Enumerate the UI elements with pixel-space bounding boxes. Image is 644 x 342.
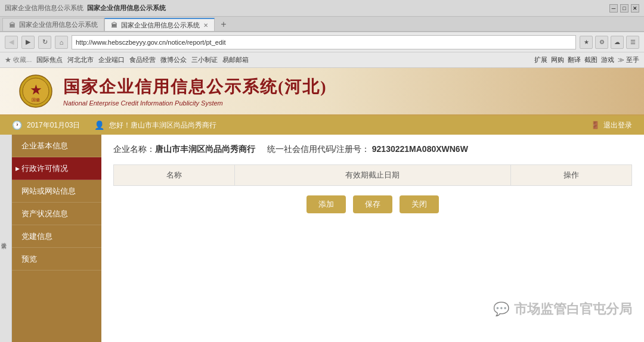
sidebar-item-basic-info[interactable]: 企业基本信息	[12, 135, 101, 157]
logout-button[interactable]: 🚪 退出登录	[591, 120, 632, 130]
sidebar-item-assets-info[interactable]: 资产状况信息	[12, 203, 101, 225]
sidebar-item-preview[interactable]: 预览	[12, 248, 101, 271]
expand-icon[interactable]: 扩展	[534, 55, 547, 64]
company-name-label: 企业名称：唐山市丰润区尚品尚秀商行	[113, 144, 255, 155]
bookmark-weibo[interactable]: 微博公众	[160, 55, 187, 64]
bookmark-youxiang[interactable]: 易邮邮箱	[222, 55, 249, 64]
bookmark-sanxiao-label: 三小制证	[191, 55, 218, 64]
add-button[interactable]: 添加	[306, 195, 346, 213]
bookmark-qiye-label: 企业端口	[98, 55, 125, 64]
bookmarks-label: ★ 收藏...	[5, 55, 32, 64]
col-expiry: 有效期截止日期	[235, 165, 510, 186]
network-icon[interactable]: 网购	[551, 55, 564, 64]
restore-button[interactable]: □	[620, 4, 628, 13]
screenshot-icon[interactable]: 截图	[584, 55, 597, 64]
minimize-button[interactable]: ─	[609, 4, 618, 13]
info-greeting: 您好！唐山市丰润区尚品尚秀商行	[109, 120, 216, 130]
bookmark-hebei-label: 河北北市	[67, 55, 94, 64]
sidebar-item-preview-label: 预览	[21, 254, 37, 265]
sidebar-item-assets-info-label: 资产状况信息	[21, 209, 68, 219]
info-bar: 🕐 2017年01月03日 👤 您好！唐山市丰润区尚品尚秀商行 🚪 退出登录	[0, 116, 644, 135]
star-icon[interactable]: ★	[580, 36, 593, 49]
company-header: 企业名称：唐山市丰润区尚品尚秀商行 统一社会信用代码/注册号： 92130221…	[113, 144, 632, 155]
forward-button[interactable]: ▶	[21, 36, 35, 49]
tab2-title-label: 国家企业信用信息公示系统	[87, 4, 166, 13]
sidebar-item-party-info-label: 党建信息	[21, 231, 52, 242]
sidebar-item-party-info[interactable]: 党建信息	[12, 225, 101, 248]
tab2-label: 国家企业信用信息公示系统	[121, 21, 200, 30]
national-emblem: ★ 国徽	[19, 74, 52, 108]
left-search-panel: 搜索	[0, 135, 12, 342]
company-name-value: 唐山市丰润区尚品尚秀商行	[155, 144, 255, 154]
window-controls: ─ □ ✕	[609, 4, 639, 13]
content-area: 企业名称：唐山市丰润区尚品尚秀商行 统一社会信用代码/注册号： 92130221…	[101, 135, 644, 342]
more-icon[interactable]: ≫ 至手	[618, 55, 639, 64]
credit-code-section: 统一社会信用代码/注册号： 92130221MA080XWN6W	[267, 144, 468, 155]
clock-icon: 🕐	[12, 120, 22, 130]
home-button[interactable]: ⌂	[55, 36, 68, 49]
sidebar-item-admin-license[interactable]: 行政许可情况	[12, 157, 101, 180]
credit-code-label: 统一社会信用代码/注册号：	[267, 144, 370, 154]
table-header: 名称 有效期截止日期 操作	[114, 165, 632, 186]
bookmark-right: 扩展 网购 翻译 截图 游戏 ≫ 至手	[534, 55, 639, 64]
address-bar: ◀ ▶ ↻ ⌂ ★ ⚙ ☁ ☰	[0, 32, 644, 52]
tab-2[interactable]: 🏛 国家企业信用信息公示系统 ✕	[104, 18, 215, 31]
sidebar-item-basic-info-label: 企业基本信息	[21, 141, 68, 151]
site-header: ★ 国徽 国家企业信用信息公示系统(河北) National Enterpris…	[0, 68, 644, 116]
company-name-prefix: 企业名称：	[113, 144, 155, 154]
close-button[interactable]: ✕	[631, 4, 639, 13]
refresh-button[interactable]: ↻	[38, 36, 51, 49]
user-icon: 👤	[94, 120, 104, 130]
svg-text:★: ★	[30, 83, 42, 97]
save-button[interactable]: 保存	[353, 195, 392, 213]
bookmark-sanxiao[interactable]: 三小制证	[191, 55, 218, 64]
col-name: 名称	[114, 165, 235, 186]
tab1-label: 国家企业信用信息公示系统	[19, 20, 98, 29]
tab1-icon: 🏛	[9, 21, 16, 29]
tab2-icon: 🏛	[111, 21, 117, 29]
bookmark-shipin[interactable]: 食品经营	[129, 55, 156, 64]
action-buttons: 添加 保存 关闭	[113, 195, 632, 213]
cloud-icon[interactable]: ☁	[611, 36, 624, 49]
bookmarks-bar: ★ 收藏... 国际焦点 河北北市 企业端口 食品经营 微博公众 三小制证 易邮…	[0, 52, 644, 68]
bookmark-shipin-label: 食品经营	[129, 55, 156, 64]
settings-icon[interactable]: ⚙	[595, 36, 608, 49]
tab-1[interactable]: 🏛 国家企业信用信息公示系统	[2, 18, 104, 31]
bookmark-guoji[interactable]: 国际焦点	[36, 55, 63, 64]
browser-window: 国家企业信用信息公示系统 国家企业信用信息公示系统 ─ □ ✕ 🏛 国家企业信用…	[0, 0, 644, 342]
sidebar-item-admin-license-label: 行政许可情况	[21, 163, 68, 174]
svg-text:国徽: 国徽	[32, 98, 40, 102]
site-title-area: 国家企业信用信息公示系统(河北) National Enterprise Cre…	[63, 76, 327, 107]
col-operation: 操作	[510, 165, 631, 186]
sidebar-item-website-info[interactable]: 网站或网站信息	[12, 180, 101, 203]
main-area: 搜索 企业基本信息 行政许可情况 网站或网站信息 资产状况信息 党建信息	[0, 135, 644, 342]
site-logo: ★ 国徽	[18, 73, 54, 109]
sidebar-nav: 企业基本信息 行政许可情况 网站或网站信息 资产状况信息 党建信息 预览	[12, 135, 101, 342]
close-button-content[interactable]: 关闭	[400, 195, 439, 213]
credit-code-value: 92130221MA080XWN6W	[372, 144, 468, 154]
bookmark-hebei[interactable]: 河北北市	[67, 55, 94, 64]
bookmark-qiye[interactable]: 企业端口	[98, 55, 125, 64]
page-content: ★ 国徽 国家企业信用信息公示系统(河北) National Enterpris…	[0, 68, 644, 342]
game-icon[interactable]: 游戏	[601, 55, 614, 64]
table-header-row: 名称 有效期截止日期 操作	[114, 165, 632, 186]
info-date: 2017年01月03日	[27, 120, 80, 130]
license-table: 名称 有效期截止日期 操作	[113, 164, 632, 186]
title-bar: 国家企业信用信息公示系统 国家企业信用信息公示系统 ─ □ ✕	[0, 0, 644, 17]
info-bar-left: 🕐 2017年01月03日 👤 您好！唐山市丰润区尚品尚秀商行	[12, 120, 584, 130]
logout-label: 退出登录	[603, 120, 632, 130]
new-tab-button[interactable]: +	[217, 18, 230, 31]
bookmark-youxiang-label: 易邮邮箱	[222, 55, 249, 64]
search-vertical-label: 搜索	[0, 238, 8, 241]
address-input[interactable]	[72, 35, 576, 49]
menu-icon[interactable]: ☰	[626, 36, 639, 49]
tab-bar: 🏛 国家企业信用信息公示系统 🏛 国家企业信用信息公示系统 ✕ +	[0, 17, 644, 32]
site-title-en: National Enterprise Credit Information P…	[63, 100, 327, 107]
sidebar-item-website-info-label: 网站或网站信息	[21, 186, 76, 197]
logout-icon: 🚪	[591, 121, 600, 129]
bookmark-weibo-label: 微博公众	[160, 55, 187, 64]
back-button[interactable]: ◀	[5, 36, 18, 49]
site-title-cn: 国家企业信用信息公示系统(河北)	[63, 76, 327, 98]
tab2-close-icon[interactable]: ✕	[203, 22, 208, 29]
translate-icon[interactable]: 翻译	[568, 55, 581, 64]
